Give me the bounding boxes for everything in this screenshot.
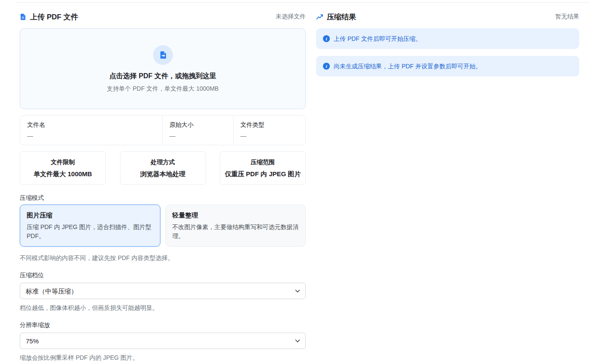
alert-text: 上传 PDF 文件后即可开始压缩。 [334, 34, 421, 43]
compress-level-select-wrap: 标准（中等压缩） [20, 283, 306, 299]
file-name-label: 文件名 [27, 120, 155, 129]
compress-level-label: 压缩档位 [20, 271, 306, 279]
resolution-scale-select-wrap: 75% [20, 333, 306, 349]
result-panel-header: 压缩结果 暂无结果 [316, 12, 579, 21]
fact-title: 文件限制 [24, 158, 102, 166]
level-hint: 档位越低，图像体积越小，但画质损失可能越明显。 [20, 303, 306, 312]
upload-panel: 上传 PDF 文件 未选择文件 点击选择 PDF 文件，或拖拽到这里 支持单个 … [20, 12, 306, 362]
file-info-table: 文件名 — 原始大小 — 文件类型 — [20, 115, 306, 145]
mode-cards: 图片压缩 压缩 PDF 内 JPEG 图片，适合扫描件、图片型 PDF。 轻量整… [20, 205, 306, 247]
result-status-text: 暂无结果 [555, 13, 579, 21]
facts-row: 文件限制 单文件最大 1000MB 处理方式 浏览器本地处理 压缩范围 仅重压 … [20, 151, 306, 185]
file-type-label: 文件类型 [240, 120, 298, 129]
mode-card-desc: 不改图片像素，主要做结构重写和可选元数据清理。 [172, 223, 299, 241]
mode-card-title: 轻量整理 [172, 211, 299, 220]
compress-mode-label: 压缩模式 [20, 193, 306, 202]
mode-card-lightweight[interactable]: 轻量整理 不改图片像素，主要做结构重写和可选元数据清理。 [166, 205, 306, 247]
dropzone-subtitle: 支持单个 PDF 文件，单文件最大 1000MB [107, 85, 219, 93]
pdf-dropzone[interactable]: 点击选择 PDF 文件，或拖拽到这里 支持单个 PDF 文件，单文件最大 100… [20, 28, 306, 109]
file-name-cell: 文件名 — [20, 116, 162, 145]
compress-level-select[interactable]: 标准（中等压缩） [20, 283, 306, 299]
fact-title: 压缩范围 [224, 158, 302, 166]
alert-upload-to-start: i 上传 PDF 文件后即可开始压缩。 [316, 28, 579, 49]
file-type-value: — [240, 132, 298, 140]
alert-no-result-yet: i 尚未生成压缩结果，上传 PDF 并设置参数后即可开始。 [316, 56, 579, 76]
mode-card-image-compress[interactable]: 图片压缩 压缩 PDF 内 JPEG 图片，适合扫描件、图片型 PDF。 [20, 205, 160, 247]
fact-value: 仅重压 PDF 内 JPEG 图片 [224, 169, 302, 178]
alert-text: 尚未生成压缩结果，上传 PDF 并设置参数后即可开始。 [334, 62, 482, 70]
mode-card-title: 图片压缩 [27, 211, 154, 220]
info-icon: i [323, 35, 330, 42]
pdf-file-icon [20, 13, 27, 20]
dropzone-title: 点击选择 PDF 文件，或拖拽到这里 [109, 72, 216, 81]
info-icon: i [323, 63, 330, 70]
file-size-cell: 原始大小 — [162, 116, 233, 145]
result-panel-title: 压缩结果 [316, 12, 356, 22]
resolution-scale-label: 分辨率缩放 [20, 321, 306, 329]
file-upload-icon [159, 51, 167, 59]
upload-panel-title-text: 上传 PDF 文件 [30, 12, 78, 22]
upload-panel-title: 上传 PDF 文件 [20, 12, 78, 22]
chart-icon [316, 13, 323, 20]
scale-hint: 缩放会按比例重采样 PDF 内的 JPEG 图片。 [20, 353, 306, 362]
fact-file-limit: 文件限制 单文件最大 1000MB [20, 151, 106, 185]
file-name-value: — [27, 132, 155, 140]
fact-value: 单文件最大 1000MB [24, 169, 102, 178]
file-size-label: 原始大小 [169, 120, 226, 129]
result-panel: 压缩结果 暂无结果 i 上传 PDF 文件后即可开始压缩。 i 尚未生成压缩结果… [316, 12, 579, 362]
fact-scope: 压缩范围 仅重压 PDF 内 JPEG 图片 [220, 151, 306, 185]
fact-value: 浏览器本地处理 [124, 169, 202, 178]
dropzone-icon-circle [153, 45, 173, 65]
result-panel-title-text: 压缩结果 [327, 12, 356, 22]
fact-processing: 处理方式 浏览器本地处理 [120, 151, 206, 185]
upload-status-text: 未选择文件 [276, 13, 306, 21]
mode-hint: 不同模式影响的内容不同，建议先按 PDF 内容类型选择。 [20, 254, 306, 262]
file-size-value: — [169, 132, 226, 140]
file-type-cell: 文件类型 — [233, 116, 305, 145]
upload-panel-header: 上传 PDF 文件 未选择文件 [20, 12, 306, 21]
mode-card-desc: 压缩 PDF 内 JPEG 图片，适合扫描件、图片型 PDF。 [27, 223, 154, 241]
fact-title: 处理方式 [124, 158, 202, 166]
content-card: 上传 PDF 文件 未选择文件 点击选择 PDF 文件，或拖拽到这里 支持单个 … [15, 2, 590, 364]
resolution-scale-select[interactable]: 75% [20, 333, 306, 349]
